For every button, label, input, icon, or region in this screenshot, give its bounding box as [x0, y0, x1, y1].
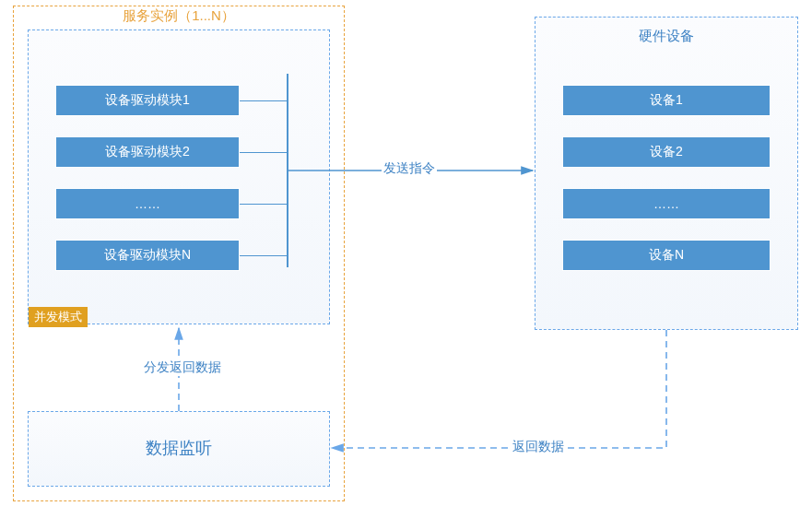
bus-tick	[240, 152, 287, 153]
arrow-label-return-data: 返回数据	[511, 439, 566, 455]
driver-module-item: 设备驱动模块1	[55, 85, 240, 116]
arrow-label-send-command: 发送指令	[382, 160, 437, 177]
arrow-return-data	[332, 330, 666, 448]
hardware-device-item: 设备2	[562, 136, 771, 168]
driver-modules-panel	[28, 29, 330, 324]
arrow-label-dispatch-back: 分发返回数据	[142, 359, 223, 376]
bus-tick	[240, 100, 287, 101]
concurrency-mode-badge: 并发模式	[29, 307, 88, 327]
hardware-device-item: ……	[562, 188, 771, 219]
service-instance-title: 服务实例（1...N）	[13, 7, 345, 25]
hardware-device-item: 设备N	[562, 240, 771, 271]
hardware-device-item: 设备1	[562, 85, 771, 116]
bus-tick	[240, 255, 287, 256]
module-bus-line	[287, 74, 288, 267]
data-listener-title: 数据监听	[28, 437, 330, 459]
driver-module-item: 设备驱动模块2	[55, 136, 240, 168]
hardware-panel	[535, 17, 798, 330]
bus-tick	[240, 204, 287, 205]
driver-module-item: ……	[55, 188, 240, 219]
hardware-title: 硬件设备	[535, 28, 798, 45]
driver-module-item: 设备驱动模块N	[55, 240, 240, 271]
